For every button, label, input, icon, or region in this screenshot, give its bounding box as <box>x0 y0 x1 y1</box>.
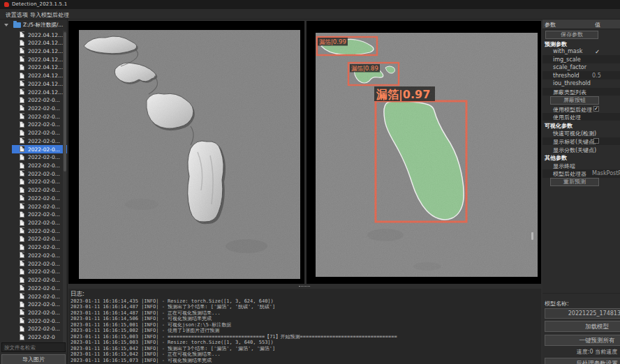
file-icon <box>20 89 24 95</box>
tree-item[interactable]: 2022-02-0 <box>0 333 68 342</box>
tree-item[interactable]: 2022-02-0... <box>0 104 68 112</box>
param-row[interactable]: 屏蔽类型列表 <box>542 88 620 96</box>
tree-item[interactable]: 2022-02-0... <box>0 169 68 178</box>
horizontal-splitter[interactable] <box>68 284 541 289</box>
param-row[interactable]: scale_factor <box>542 63 620 72</box>
param-row[interactable]: iou_threshold <box>542 79 620 88</box>
model-name-field[interactable]: 20221225_174813 <box>545 308 620 319</box>
file-icon <box>20 277 24 283</box>
splitter-grip[interactable] <box>299 286 310 287</box>
tree-item[interactable]: 2022-02-0... <box>0 162 68 170</box>
vertical-splitter-grip[interactable] <box>531 232 533 240</box>
tree-item[interactable]: 2022.04.12... <box>0 79 68 88</box>
file-icon <box>20 154 24 160</box>
param-row[interactable]: 模型后处理器MaskPostPro <box>542 169 620 178</box>
tree-item[interactable]: 2022-02-0... <box>0 268 68 276</box>
param-value: MaskPostPro <box>592 170 620 176</box>
param-button[interactable]: 重新预测 <box>550 178 599 186</box>
tree-item[interactable]: 2022.04.12... <box>0 63 68 72</box>
param-row[interactable]: threshold0.5 <box>542 71 620 79</box>
param-row[interactable]: img_scale <box>542 55 620 63</box>
param-row[interactable]: 使用后处理 <box>542 113 620 121</box>
tree-root[interactable]: Z:/5-标注数据/... <box>0 21 68 30</box>
tree-scrollbar-handle[interactable] <box>64 32 66 172</box>
model-name-label: 模型名称: <box>545 300 569 308</box>
tree-item[interactable]: 2022-02-0... <box>0 227 68 235</box>
tree-item[interactable]: 2022.04.12... <box>0 55 68 63</box>
tree-item[interactable]: 2022-02-0... <box>0 219 68 227</box>
tree-item[interactable]: 2022-02-0... <box>0 308 68 317</box>
tree-item[interactable]: 2022.04.12... <box>0 31 68 39</box>
param-button[interactable]: 屏蔽按钮 <box>550 96 599 105</box>
file-icon <box>20 105 24 111</box>
tree-item[interactable]: 2022-02-0... <box>0 194 68 202</box>
tree-item[interactable]: 2022.04.12... <box>0 72 68 80</box>
load-model-button[interactable]: 加载模型 <box>545 321 620 332</box>
tree-item[interactable]: 2022-02-0... <box>0 137 68 145</box>
params-rows: 保存参数预测参数with_mask✓img_scalescale_factort… <box>542 30 620 187</box>
checkbox-checked[interactable]: ✓ <box>593 106 599 112</box>
app-icon <box>4 2 9 7</box>
tree-item-label: 2022-02-0... <box>28 277 60 283</box>
tree-item[interactable]: 2022-02-0... <box>0 112 68 121</box>
tree-item[interactable]: 2022.04.12... <box>0 88 68 96</box>
file-icon <box>20 334 24 340</box>
source-image <box>79 30 300 279</box>
tree-item[interactable]: 2022-02-0... <box>0 96 68 105</box>
tree-item[interactable]: 2022-02-0... <box>0 178 68 186</box>
tree-item-label: 2022-02-0... <box>28 114 60 120</box>
param-row[interactable]: 使用模型后处理✓ <box>542 105 620 113</box>
tree-item[interactable]: 2022-02-0... <box>0 251 68 259</box>
tree-item[interactable]: 2022-02-0... <box>0 284 68 292</box>
source-image-panel[interactable] <box>68 21 304 284</box>
tree-item[interactable]: 2022-02-0... <box>0 186 68 195</box>
file-tree-panel: Z:/5-标注数据/... 2022.04.12...2022.04.12...… <box>0 20 68 364</box>
tree-item-label: 2022-02-0... <box>28 146 60 153</box>
import-images-button[interactable]: 导入图片 <box>1 354 66 364</box>
prediction-image-panel[interactable]: 漏箔|0.99 漏箔|0.89 漏箔|0.97 <box>307 21 541 284</box>
param-row[interactable]: 显示分数(关键点) <box>542 145 620 153</box>
param-row[interactable]: 显示标签(关键点) <box>542 137 620 146</box>
tree-item[interactable]: 2022.04.12... <box>0 39 68 47</box>
file-icon <box>20 170 24 176</box>
chevron-down-icon[interactable] <box>4 24 8 26</box>
menu-item-import-postprocess[interactable]: 导入模型后处理 <box>28 10 71 20</box>
file-icon <box>20 64 24 70</box>
file-icon <box>20 113 24 119</box>
tree-item[interactable]: 2022-02-0... <box>0 259 68 268</box>
tree-item[interactable]: 2022-02-0... <box>0 129 68 137</box>
menu-item-settings[interactable]: 设置选项 <box>3 10 30 20</box>
log-line: 2023-01-11 16:16:15,042 |INFO| - 预测出了3个结… <box>71 346 538 351</box>
tree-item[interactable]: 2022-02-0... <box>0 325 68 333</box>
filename-search-input[interactable] <box>1 342 66 352</box>
tree-item[interactable]: 2022-02-0... <box>0 211 68 219</box>
tree-item-label: 2022-02-0... <box>28 130 60 136</box>
prediction-image: 漏箔|0.99 漏箔|0.89 漏箔|0.97 <box>316 33 538 277</box>
param-label: threshold <box>553 73 580 79</box>
tree-item[interactable]: 2022-02-0... <box>0 235 68 243</box>
param-row[interactable]: with_mask✓ <box>542 47 620 56</box>
param-row[interactable]: 快速可视化(检测) <box>542 129 620 137</box>
tree-item[interactable]: 2022-02-0... <box>0 202 68 211</box>
tree-item-label: 2022-02-0... <box>28 162 60 169</box>
log-panel[interactable]: 日志: 2023-01-11 16:16:14,435 |INFO| - Res… <box>68 289 541 364</box>
param-button[interactable]: 保存参数 <box>545 31 598 39</box>
tree-item[interactable]: 2022-02-0... <box>0 243 68 252</box>
predict-all-button[interactable]: 一键预测所有 <box>545 335 620 346</box>
tree-item[interactable]: 2022-02-0... <box>0 276 68 285</box>
tree-item[interactable]: 2022-02-0... <box>0 153 68 162</box>
tree-scrollbar[interactable] <box>63 31 66 350</box>
tree-item[interactable]: 2022-02-0... <box>0 145 68 153</box>
tree-item-label: 2022-02-0... <box>28 294 60 300</box>
file-icon <box>20 40 24 46</box>
tree-item[interactable]: 2022-02-0... <box>0 301 68 309</box>
param-row[interactable]: 显示终端 <box>542 161 620 169</box>
tree-item[interactable]: 2022-02-0... <box>0 292 68 301</box>
tree-item[interactable]: 2022.04.12... <box>0 47 68 55</box>
tree-item[interactable]: 2022-02-0... <box>0 317 68 325</box>
postprocess-settings-button[interactable]: 后处理参数设置 <box>545 358 620 364</box>
tree-item[interactable]: 2022-02-0... <box>0 121 68 129</box>
checkbox-empty[interactable] <box>593 138 599 144</box>
file-icon <box>20 73 24 79</box>
params-button-row: 保存参数 <box>542 30 620 39</box>
